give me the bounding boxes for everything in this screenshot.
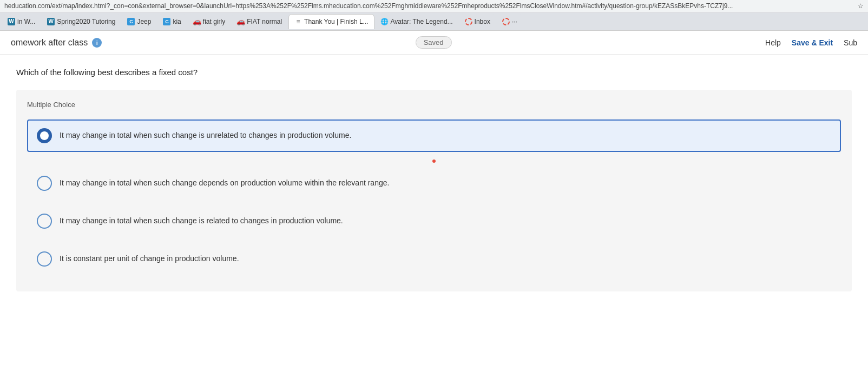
tab-label-kia: kia xyxy=(173,18,181,25)
answer-text-3: It may change in total when such change … xyxy=(60,216,343,227)
tab-label-in-w: in W... xyxy=(17,18,35,25)
main-content: Which of the following best describes a … xyxy=(0,55,868,304)
tab-favicon-jeep: C xyxy=(127,18,135,25)
tab-label-avatar: Avatar: The Legend... xyxy=(391,18,453,25)
tab-label-jeep: Jeep xyxy=(137,18,151,25)
tab-kia[interactable]: C kia xyxy=(157,14,186,29)
tab-favicon-kia: C xyxy=(163,18,170,25)
tab-avatar[interactable]: 🌐 Avatar: The Legend... xyxy=(376,14,458,29)
tab-label-fiat-girly: fiat girly xyxy=(203,18,225,25)
tab-jeep[interactable]: C Jeep xyxy=(122,14,156,29)
tab-in-w[interactable]: W in W... xyxy=(2,14,41,29)
tab-favicon-more xyxy=(502,18,510,25)
radio-button-2 xyxy=(37,176,52,191)
address-text: heducation.com/ext/map/index.html?_con=c… xyxy=(4,2,733,10)
header-right: Help Save & Exit Sub xyxy=(765,38,857,47)
save-exit-button[interactable]: Save & Exit xyxy=(792,38,833,47)
tab-favicon-fiat-girly: 🚗 xyxy=(193,18,201,25)
address-bar[interactable]: heducation.com/ext/map/index.html?_con=c… xyxy=(0,0,868,12)
tab-label-inbox: Inbox xyxy=(475,18,490,25)
tab-bar: W in W... W Spring2020 Tutoring C Jeep C… xyxy=(0,12,868,31)
info-icon[interactable]: i xyxy=(92,38,102,48)
radio-button-3 xyxy=(37,214,52,229)
question-card: Multiple Choice It may change in total w… xyxy=(16,90,852,291)
red-dot xyxy=(432,160,436,163)
saved-badge: Saved xyxy=(416,36,452,49)
tab-label-thank-you: Thank You | Finish L... xyxy=(304,18,369,25)
answer-option-4[interactable]: It is constant per unit of change in pro… xyxy=(27,243,841,275)
header-center: Saved xyxy=(102,36,765,49)
question-text: Which of the following best describes a … xyxy=(16,68,852,77)
tab-favicon-in-w: W xyxy=(8,18,15,25)
page-title: omework after class xyxy=(11,38,88,48)
radio-inner-1 xyxy=(40,131,49,140)
separator xyxy=(27,157,841,167)
tab-favicon-inbox xyxy=(465,18,472,25)
tab-favicon-spring2020: W xyxy=(47,18,55,25)
answer-text-4: It is constant per unit of change in pro… xyxy=(60,254,239,264)
tab-fiat-normal[interactable]: 🚗 FIAT normal xyxy=(232,14,287,29)
tab-label-fiat-normal: FIAT normal xyxy=(247,18,282,25)
tab-fiat-girly[interactable]: 🚗 fiat girly xyxy=(188,14,231,29)
answer-option-3[interactable]: It may change in total when such change … xyxy=(27,205,841,237)
answer-option-1[interactable]: It may change in total when such change … xyxy=(27,119,841,152)
radio-button-1 xyxy=(37,128,52,143)
tab-favicon-fiat-normal: 🚗 xyxy=(237,18,245,25)
tab-favicon-thank-you: ≡ xyxy=(294,18,302,25)
tab-label-more: ··· xyxy=(512,18,517,25)
help-button[interactable]: Help xyxy=(765,38,781,47)
tab-thank-you[interactable]: ≡ Thank You | Finish L... xyxy=(288,14,374,29)
tab-label-spring2020: Spring2020 Tutoring xyxy=(57,18,115,25)
answer-text-2: It may change in total when such change … xyxy=(60,178,389,189)
tab-inbox[interactable]: Inbox xyxy=(459,14,496,29)
answer-option-2[interactable]: It may change in total when such change … xyxy=(27,167,841,200)
star-icon[interactable]: ☆ xyxy=(858,2,864,10)
tab-favicon-avatar: 🌐 xyxy=(381,18,389,25)
submit-button[interactable]: Sub xyxy=(844,38,857,47)
tab-spring2020[interactable]: W Spring2020 Tutoring xyxy=(42,14,121,29)
answer-text-1: It may change in total when such change … xyxy=(60,130,351,141)
radio-button-4 xyxy=(37,251,52,267)
header-left: omework after class i xyxy=(11,38,102,48)
question-type-label: Multiple Choice xyxy=(27,101,841,109)
tab-more[interactable]: ··· xyxy=(497,14,523,29)
app-header: omework after class i Saved Help Save & … xyxy=(0,31,868,55)
